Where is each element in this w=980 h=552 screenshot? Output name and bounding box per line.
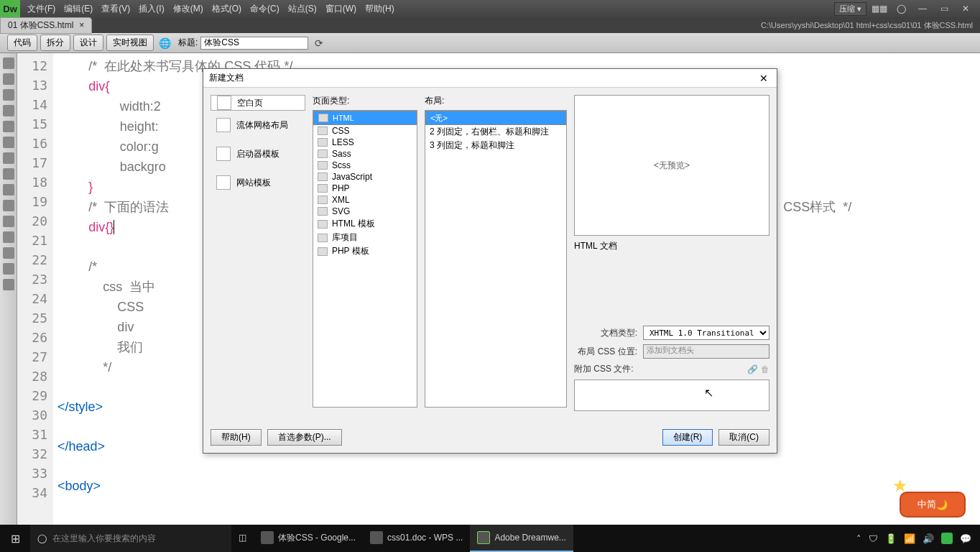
tray-icon[interactable]: 🛡 bbox=[869, 533, 878, 544]
delete-icon[interactable]: 🗑 bbox=[761, 364, 769, 374]
page-type-item[interactable]: JavaScript bbox=[313, 171, 417, 183]
tray-notifications-icon[interactable]: 💬 bbox=[960, 533, 971, 544]
tool-icon[interactable] bbox=[3, 231, 14, 243]
page-type-item[interactable]: Sass bbox=[313, 148, 417, 160]
window-minimize[interactable]: — bbox=[914, 3, 931, 14]
title-label: 标题: bbox=[178, 37, 198, 49]
sync-icon[interactable]: ▦▦ bbox=[871, 3, 888, 14]
page-type-item[interactable]: Scss bbox=[313, 160, 417, 171]
taskbar-app[interactable]: css01.doc - WPS ... bbox=[363, 525, 470, 552]
tray-icon[interactable] bbox=[941, 533, 953, 544]
tray-volume-icon[interactable]: 🔊 bbox=[923, 533, 934, 544]
menu-command[interactable]: 命令(C) bbox=[250, 3, 279, 15]
page-type-header: 页面类型: bbox=[313, 95, 417, 107]
page-type-item[interactable]: PHP 模板 bbox=[313, 244, 417, 258]
menu-format[interactable]: 格式(O) bbox=[212, 3, 241, 15]
tray-battery-icon[interactable]: 🔋 bbox=[885, 533, 897, 544]
menu-view[interactable]: 查看(V) bbox=[101, 3, 130, 15]
tab-close-icon[interactable]: × bbox=[79, 20, 84, 30]
tool-icon[interactable] bbox=[3, 216, 14, 227]
category-site-template[interactable]: 网站模板 bbox=[211, 168, 305, 197]
tool-icon[interactable] bbox=[3, 247, 14, 259]
window-maximize[interactable]: ▭ bbox=[935, 3, 953, 14]
menu-edit[interactable]: 编辑(E) bbox=[64, 3, 93, 15]
layout-list[interactable]: <无> 2 列固定，右侧栏、标题和脚注 3 列固定，标题和脚注 bbox=[425, 110, 567, 408]
page-type-item[interactable]: HTML 模板 bbox=[313, 217, 417, 231]
title-input[interactable] bbox=[200, 37, 308, 50]
tool-icon[interactable] bbox=[3, 58, 14, 69]
menu-file[interactable]: 文件(F) bbox=[27, 3, 55, 15]
layout-css-label: 布局 CSS 位置: bbox=[574, 346, 640, 358]
page-type-item[interactable]: CSS bbox=[313, 125, 417, 137]
page-type-item[interactable]: 库项目 bbox=[313, 231, 417, 244]
page-type-item[interactable]: LESS bbox=[313, 137, 417, 148]
line-numbers: 12 13 14 15 16 17 18 19 20 21 22 23 24 2… bbox=[17, 53, 53, 525]
tray-up-icon[interactable]: ˄ bbox=[856, 533, 861, 544]
tool-icon[interactable] bbox=[3, 263, 14, 275]
category-blank-page[interactable]: 空白页 bbox=[211, 95, 305, 111]
category-fluid-grid[interactable]: 流体网格布局 bbox=[211, 111, 305, 139]
layout-column: 布局: <无> 2 列固定，右侧栏、标题和脚注 3 列固定，标题和脚注 bbox=[425, 95, 567, 411]
chrome-icon bbox=[261, 531, 274, 544]
layout-dropdown[interactable]: 压缩 ▾ bbox=[834, 2, 866, 16]
vertical-toolbar bbox=[0, 53, 17, 525]
doctype-label: 文档类型: bbox=[574, 327, 640, 339]
tool-icon[interactable] bbox=[3, 184, 14, 196]
taskbar-app-active[interactable]: Adobe Dreamwe... bbox=[470, 525, 573, 552]
view-live-button[interactable]: 实时视图 bbox=[106, 34, 154, 51]
window-close[interactable]: ✕ bbox=[957, 3, 974, 14]
taskbar-app[interactable]: 体验CSS - Google... bbox=[254, 525, 363, 552]
start-button[interactable]: ⊞ bbox=[0, 532, 30, 546]
help-icon[interactable]: ◯ bbox=[892, 3, 910, 14]
taskview-button[interactable]: ◫ bbox=[231, 525, 254, 552]
tray-wifi-icon[interactable]: 📶 bbox=[904, 533, 915, 544]
ime-bubble[interactable]: 中简 🌙 bbox=[900, 492, 966, 518]
menu-insert[interactable]: 插入(I) bbox=[139, 3, 164, 15]
menu-modify[interactable]: 修改(M) bbox=[173, 3, 203, 15]
menu-help[interactable]: 帮助(H) bbox=[365, 3, 394, 15]
tool-icon[interactable] bbox=[3, 137, 14, 148]
document-tab[interactable]: 01 体验CSS.html × bbox=[0, 17, 92, 34]
tool-icon[interactable] bbox=[3, 279, 14, 290]
taskbar-search[interactable]: ◯ 在这里输入你要搜索的内容 bbox=[30, 525, 231, 552]
search-icon: ◯ bbox=[37, 533, 47, 543]
tool-icon[interactable] bbox=[3, 73, 14, 85]
create-button[interactable]: 创建(R) bbox=[662, 429, 713, 446]
doctype-select[interactable]: XHTML 1.0 Transitional bbox=[643, 326, 769, 340]
tool-icon[interactable] bbox=[3, 105, 14, 116]
view-design-button[interactable]: 设计 bbox=[73, 34, 103, 51]
tool-icon[interactable] bbox=[3, 89, 14, 101]
dialog-close-button[interactable]: ✕ bbox=[757, 73, 771, 84]
page-type-list[interactable]: HTML CSS LESS Sass Scss JavaScript PHP X… bbox=[313, 110, 417, 408]
document-tab-bar: 01 体验CSS.html × C:\Users\yyshi\Desktop\0… bbox=[0, 17, 980, 33]
help-button[interactable]: 帮助(H) bbox=[211, 429, 262, 446]
page-type-item[interactable]: PHP bbox=[313, 183, 417, 194]
tool-icon[interactable] bbox=[3, 121, 14, 132]
new-document-dialog: 新建文档 ✕ 空白页 流体网格布局 启动器模板 网站模板 页面类型: HTML … bbox=[203, 68, 777, 454]
link-icon[interactable]: 🔗 bbox=[747, 364, 758, 374]
system-tray[interactable]: ˄ 🛡 🔋 📶 🔊 💬 bbox=[848, 533, 980, 544]
tool-icon[interactable] bbox=[3, 152, 14, 164]
layout-item[interactable]: 2 列固定，右侧栏、标题和脚注 bbox=[425, 125, 566, 139]
menu-site[interactable]: 站点(S) bbox=[288, 3, 317, 15]
category-column: 空白页 流体网格布局 启动器模板 网站模板 bbox=[211, 95, 305, 411]
category-starter-template[interactable]: 启动器模板 bbox=[211, 139, 305, 168]
preferences-button[interactable]: 首选参数(P)... bbox=[267, 429, 342, 446]
page-type-item[interactable]: HTML bbox=[313, 111, 417, 125]
menu-window[interactable]: 窗口(W) bbox=[325, 3, 356, 15]
cancel-button[interactable]: 取消(C) bbox=[718, 429, 769, 446]
view-split-button[interactable]: 拆分 bbox=[40, 34, 70, 51]
refresh-icon[interactable]: ⟳ bbox=[311, 37, 327, 50]
tool-icon[interactable] bbox=[3, 200, 14, 211]
view-code-button[interactable]: 代码 bbox=[7, 34, 37, 51]
file-path: C:\Users\yyshi\Desktop\01 html+css\css01… bbox=[761, 20, 980, 31]
layout-item[interactable]: 3 列固定，标题和脚注 bbox=[425, 139, 566, 152]
page-type-item[interactable]: SVG bbox=[313, 206, 417, 217]
page-type-item[interactable]: XML bbox=[313, 194, 417, 206]
layout-header: 布局: bbox=[425, 95, 567, 107]
tool-icon[interactable] bbox=[3, 168, 14, 180]
dreamweaver-icon bbox=[477, 531, 490, 544]
globe-icon[interactable]: 🌐 bbox=[157, 37, 172, 50]
layout-item[interactable]: <无> bbox=[425, 111, 566, 125]
attach-css-list[interactable] bbox=[574, 380, 769, 411]
